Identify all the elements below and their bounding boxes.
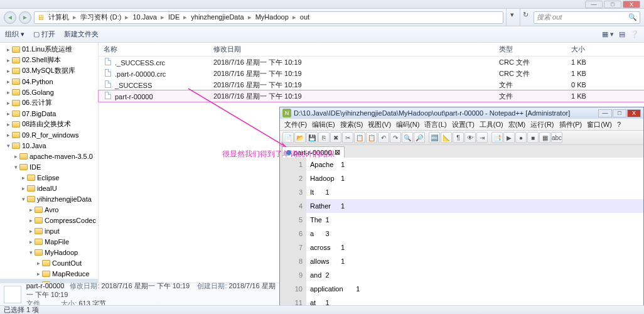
menu-item[interactable]: ? (615, 120, 623, 129)
tree-node[interactable]: ▾yihinzhengjieData (0, 193, 98, 204)
breadcrumb-item[interactable]: MyHadoop (254, 13, 290, 21)
tree-node[interactable]: ▸CountOut (0, 257, 98, 268)
breadcrumb-item[interactable]: yhinzhengjieData (190, 13, 245, 21)
close-button[interactable]: X (623, 1, 640, 8)
tree-node[interactable]: ▸MapFile (0, 236, 98, 247)
toolbar-button[interactable]: 💾 (306, 132, 318, 143)
tree-node[interactable]: ▸input (0, 225, 98, 236)
toolbar-button[interactable]: ✂ (342, 132, 353, 143)
menu-item[interactable]: 编辑(E) (310, 119, 337, 130)
tree-node[interactable]: ▸Avro (0, 204, 98, 215)
toolbar-button[interactable]: 🔎 (414, 132, 425, 143)
tree-node[interactable]: ▸04.Python (0, 76, 98, 87)
tree-node[interactable]: ▸09.R_for_windows (0, 129, 98, 140)
menu-item[interactable]: 插件(P) (557, 119, 584, 130)
refresh-button[interactable]: ↻ (520, 9, 531, 26)
tree-twisty-icon[interactable]: ▸ (35, 260, 41, 266)
tree-twisty-icon[interactable]: ▸ (5, 68, 11, 74)
toolbar-button[interactable]: 📄 (282, 132, 294, 143)
tree-node[interactable]: ▸08路由交换技术 (0, 119, 98, 129)
tree-node[interactable]: ▸05.Golang (0, 87, 98, 97)
maximize-button[interactable]: □ (604, 1, 621, 8)
preview-pane-button[interactable]: ▤ (619, 30, 625, 38)
tree-twisty-icon[interactable]: ▸ (28, 228, 34, 234)
breadcrumb-item[interactable]: out (299, 13, 311, 21)
new-folder-button[interactable]: 新建文件夹 (64, 30, 99, 39)
tree-node[interactable]: ▸apache-maven-3.5.0 (0, 151, 98, 161)
nav-forward-button[interactable]: ► (19, 11, 31, 24)
tree-twisty-icon[interactable]: ▾ (13, 164, 19, 170)
breadcrumb[interactable]: 🖥 计算机▸学习资料 (D:)▸10.Java▸IDE▸yhinzhengjie… (34, 11, 503, 24)
menu-item[interactable]: 视图(V) (366, 119, 393, 130)
tree-node[interactable]: ▸07.BigData (0, 108, 98, 119)
toolbar-button[interactable]: ▶ (503, 132, 515, 143)
tree-twisty-icon[interactable]: ▸ (20, 185, 26, 192)
npp-maximize-button[interactable]: □ (613, 109, 626, 117)
file-row[interactable]: .part-r-00000.crc2018/7/16 星期一 下午 10:19C… (99, 68, 644, 79)
tree-twisty-icon[interactable]: ▾ (28, 249, 34, 256)
open-button[interactable]: ▢ 打开 (33, 30, 55, 39)
menu-item[interactable]: 运行(R) (529, 119, 555, 130)
tree-node[interactable]: ▸MapReduce (0, 268, 98, 279)
tree-node[interactable]: ▸01.Linu系统运维 (0, 44, 98, 55)
toolbar-button[interactable]: 📋 (354, 132, 365, 143)
toolbar-button[interactable]: 📐 (441, 132, 452, 143)
tree-node[interactable]: ▾IDE (0, 161, 98, 172)
menu-item[interactable]: 窗口(W) (585, 119, 614, 130)
toolbar-button[interactable]: ↶ (378, 132, 389, 143)
breadcrumb-item[interactable]: 学习资料 (D:) (79, 13, 122, 21)
toolbar-button[interactable]: ⇥ (476, 132, 488, 143)
npp-menubar[interactable]: 文件(F)编辑(E)搜索(S)视图(V)编码(N)语言(L)设置(T)工具(O)… (280, 119, 643, 130)
npp-toolbar[interactable]: 📄📂💾⎘✖✂📋📋↶↷🔍🔎🔤📐¶👁⇥📑▶●■▦abc (280, 130, 643, 145)
npp-minimize-button[interactable]: — (598, 109, 612, 117)
toolbar-button[interactable]: 🔍 (402, 132, 413, 143)
tree-node[interactable]: ▸Eclipse (0, 172, 98, 183)
toolbar-button[interactable]: abc (551, 132, 562, 143)
menu-item[interactable]: 设置(T) (450, 119, 476, 130)
toolbar-button[interactable]: ⎘ (318, 132, 330, 143)
tree-twisty-icon[interactable]: ▸ (5, 57, 11, 63)
file-row[interactable]: _SUCCESS2018/7/16 星期一 下午 10:19文件0 KB (99, 79, 644, 90)
file-row[interactable]: part-r-000002018/7/16 星期一 下午 10:19文件1 KB (99, 90, 644, 102)
file-row[interactable]: ._SUCCESS.crc2018/7/16 星期一 下午 10:19CRC 文… (99, 57, 644, 68)
menu-item[interactable]: 工具(O) (478, 119, 505, 130)
tree-twisty-icon[interactable]: ▸ (28, 239, 34, 245)
tree-node[interactable]: ▸CompressCodec (0, 215, 98, 225)
tree-node[interactable]: ▸ideaIU (0, 183, 98, 193)
tree-twisty-icon[interactable]: ▾ (20, 196, 26, 202)
tree-twisty-icon[interactable]: ▾ (5, 143, 11, 149)
toolbar-button[interactable]: 🔤 (429, 132, 440, 143)
toolbar-button[interactable]: 📋 (366, 132, 377, 143)
toolbar-button[interactable]: 📂 (294, 132, 306, 143)
tree-twisty-icon[interactable]: ▸ (35, 271, 41, 277)
menu-item[interactable]: 文件(F) (282, 119, 309, 130)
help-button[interactable]: ❔ (630, 30, 639, 38)
toolbar-button[interactable]: ■ (527, 132, 539, 143)
tree-node[interactable]: ▸02.Shell脚本 (0, 55, 98, 65)
toolbar-button[interactable]: 📑 (491, 132, 503, 143)
tree-node[interactable]: ▾MyHadoop (0, 247, 98, 257)
tree-twisty-icon[interactable]: ▸ (5, 78, 11, 85)
code-area[interactable]: Apache 1 Hadoop 1 It 1 Rather 1 The 1 a … (306, 158, 643, 313)
tree-twisty-icon[interactable]: ▸ (5, 100, 11, 106)
tree-node[interactable]: ▸06.云计算 (0, 97, 98, 108)
menu-item[interactable]: 宏(M) (507, 119, 528, 130)
menu-item[interactable]: 搜索(S) (338, 119, 365, 130)
toolbar-button[interactable]: ¶ (453, 132, 464, 143)
toolbar-button[interactable]: ✖ (330, 132, 341, 143)
breadcrumb-item[interactable]: 计算机 (47, 13, 70, 21)
tree-twisty-icon[interactable]: ▸ (5, 111, 11, 117)
minimize-button[interactable]: — (585, 1, 603, 8)
folder-tree[interactable]: ▸01.Linu系统运维▸02.Shell脚本▸03.MySQL数据库▸04.P… (0, 43, 99, 293)
organize-menu[interactable]: 组织 ▾ (5, 30, 24, 39)
tree-twisty-icon[interactable]: ▸ (5, 89, 11, 95)
breadcrumb-dropdown[interactable]: ▾ (506, 9, 517, 26)
tree-twisty-icon[interactable]: ▸ (28, 207, 34, 213)
toolbar-button[interactable]: ↷ (390, 132, 401, 143)
npp-editor[interactable]: 123456789101112 Apache 1 Hadoop 1 It 1 R… (280, 158, 643, 313)
breadcrumb-item[interactable]: IDE (167, 13, 181, 21)
toolbar-button[interactable]: ● (515, 132, 527, 143)
column-headers[interactable]: 名称 修改日期 类型 大小 (99, 43, 644, 57)
menu-item[interactable]: 语言(L) (422, 119, 448, 130)
nav-back-button[interactable]: ◄ (4, 11, 16, 24)
